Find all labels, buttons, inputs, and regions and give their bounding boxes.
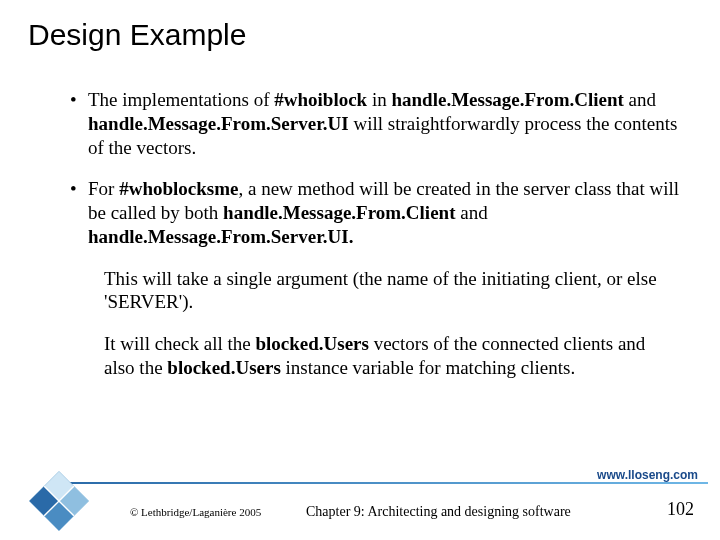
- text: It will check all the: [104, 333, 255, 354]
- text: The implementations of: [88, 89, 274, 110]
- sub-bullet-1: This will take a single argument (the na…: [104, 267, 664, 315]
- code-whoblocksme: #whoblocksme: [119, 178, 238, 199]
- code-handle-client: handle.Message.From.Client: [223, 202, 455, 223]
- slide-footer: www.lloseng.com © Lethbridge/Laganière 2…: [0, 468, 720, 540]
- code-blocked-users: blocked.Users: [167, 357, 280, 378]
- code-handle-server-ui: handle.Message.From.Server.UI.: [88, 226, 353, 247]
- text: For: [88, 178, 119, 199]
- code-whoiblock: #whoiblock: [274, 89, 367, 110]
- text: instance variable for matching clients.: [281, 357, 575, 378]
- bullet-1: The implementations of #whoiblock in han…: [70, 88, 680, 159]
- slide: Design Example The implementations of #w…: [0, 0, 720, 540]
- code-blocked-users: blocked.Users: [255, 333, 368, 354]
- bullet-2: For #whoblocksme, a new method will be c…: [70, 177, 680, 248]
- footer-accent-line: [62, 482, 708, 484]
- slide-title: Design Example: [28, 18, 246, 52]
- footer-url: www.lloseng.com: [597, 468, 698, 482]
- footer-chapter: Chapter 9: Architecting and designing so…: [306, 504, 571, 520]
- footer-copyright: © Lethbridge/Laganière 2005: [130, 506, 261, 518]
- footer-diamond-icon: [24, 466, 94, 536]
- text: in: [367, 89, 391, 110]
- code-handle-client: handle.Message.From.Client: [391, 89, 623, 110]
- text: and: [624, 89, 656, 110]
- footer-page-number: 102: [667, 499, 694, 520]
- slide-body: The implementations of #whoiblock in han…: [70, 88, 680, 398]
- text: and: [455, 202, 487, 223]
- sub-bullet-2: It will check all the blocked.Users vect…: [104, 332, 664, 380]
- code-handle-server-ui: handle.Message.From.Server.UI: [88, 113, 349, 134]
